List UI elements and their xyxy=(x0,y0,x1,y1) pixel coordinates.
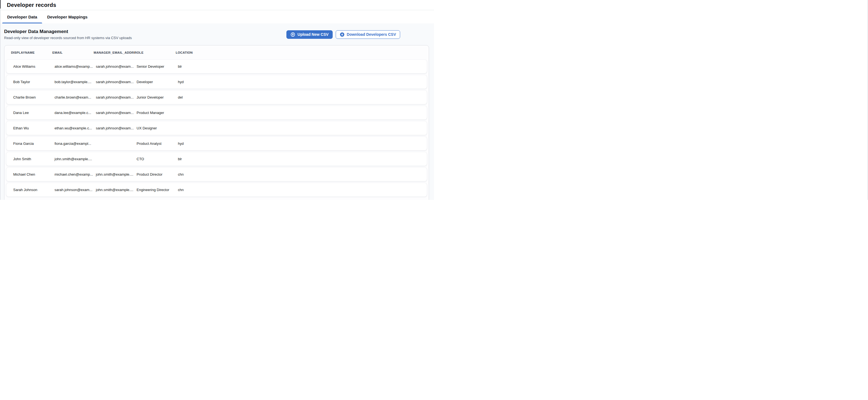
table-row: Michael Chen michael.chen@examp... john.… xyxy=(6,168,427,181)
cell-location: hyd xyxy=(178,142,427,146)
section-header: Developer Data Management Read-only view… xyxy=(4,23,429,40)
table-row: Fiona Garcia fiona.garcia@exampl... Prod… xyxy=(6,137,427,150)
cell-email: ethan.wu@example.c... xyxy=(55,126,96,130)
cell-location: chn xyxy=(178,172,427,177)
cell-role: Junior Developer xyxy=(136,95,178,99)
cell-location: blr xyxy=(178,157,427,161)
upload-new-csv-button[interactable]: Upload New CSV xyxy=(286,30,333,39)
column-header: LOCATION xyxy=(176,51,427,54)
cell-email: alice.williams@examp... xyxy=(55,64,96,68)
cell-displayname: John Smith xyxy=(13,157,55,161)
table-row: Ethan Wu ethan.wu@example.c... sarah.joh… xyxy=(6,121,427,135)
column-header: MANAGER_EMAIL_ADDRE... xyxy=(94,51,134,54)
cell-displayname: Sarah Johnson xyxy=(13,188,55,192)
cell-email: charlie.brown@exam... xyxy=(55,95,96,99)
window-edge-dark xyxy=(0,0,1,8)
cell-manager-email: john.smith@example.... xyxy=(96,172,136,177)
content-area: Developer Data Management Read-only view… xyxy=(0,23,434,200)
cell-role: Senior Developer xyxy=(136,64,178,68)
cell-location: del xyxy=(178,95,427,99)
table-header-row: DISPLAYNAME EMAIL MANAGER_EMAIL_ADDRE...… xyxy=(6,45,427,60)
cell-role: Engineering Director xyxy=(136,188,178,192)
circle-arrow-up-icon xyxy=(290,32,295,37)
page-title: Developer records xyxy=(7,2,56,8)
cell-manager-email: sarah.johnson@exam... xyxy=(96,126,136,130)
cell-manager-email: sarah.johnson@exam... xyxy=(96,64,136,68)
cell-email: fiona.garcia@exampl... xyxy=(55,142,96,146)
developer-table-card: DISPLAYNAME EMAIL MANAGER_EMAIL_ADDRE...… xyxy=(4,45,429,200)
upload-new-csv-label: Upload New CSV xyxy=(298,32,329,37)
column-header: ROLE xyxy=(134,51,176,54)
header-bar: Developer records xyxy=(0,0,434,10)
section-title: Developer Data Management xyxy=(4,29,132,34)
active-tab-underline xyxy=(2,23,42,23)
cell-manager-email: sarah.johnson@exam... xyxy=(96,80,136,84)
tab-developer-mappings[interactable]: Developer Mappings xyxy=(42,10,93,23)
section-header-text: Developer Data Management Read-only view… xyxy=(4,29,132,40)
tab-developer-data-label: Developer Data xyxy=(7,14,37,19)
cell-displayname: Dana Lee xyxy=(13,111,55,115)
table-row: Sarah Johnson sarah.johnson@exam... john… xyxy=(6,183,427,196)
column-header: DISPLAYNAME xyxy=(11,51,52,54)
cell-location: chn xyxy=(178,188,427,192)
cell-email: dana.lee@example.c... xyxy=(55,111,96,115)
tab-bar: Developer Data Developer Mappings xyxy=(0,10,434,23)
column-header: EMAIL xyxy=(52,51,94,54)
download-developers-csv-label: Download Developers CSV xyxy=(347,32,396,37)
cell-displayname: Charlie Brown xyxy=(13,95,55,99)
cell-role: CTO xyxy=(136,157,178,161)
cell-role: Product Manager xyxy=(136,111,178,115)
action-buttons: Upload New CSV Download Developers CSV xyxy=(286,30,400,39)
cell-displayname: Bob Taylor xyxy=(13,80,55,84)
cell-location: blr xyxy=(178,64,427,68)
tab-developer-data[interactable]: Developer Data xyxy=(2,10,42,23)
cell-location: hyd xyxy=(178,80,427,84)
cell-role: Product Director xyxy=(136,172,178,177)
section-subtitle: Read-only view of developer records sour… xyxy=(4,36,132,40)
download-developers-csv-button[interactable]: Download Developers CSV xyxy=(336,30,400,39)
table-row: John Smith john.smith@example.... CTO bl… xyxy=(6,152,427,166)
window-edge-left xyxy=(0,8,1,200)
cell-email: michael.chen@examp... xyxy=(55,172,96,177)
cell-displayname: Ethan Wu xyxy=(13,126,55,130)
cell-email: sarah.johnson@exam... xyxy=(55,188,96,192)
tab-developer-mappings-label: Developer Mappings xyxy=(47,14,88,19)
table-row: Alice Williams alice.williams@examp... s… xyxy=(6,60,427,73)
circle-arrow-down-icon xyxy=(340,32,344,37)
cell-email: bob.taylor@example.... xyxy=(55,80,96,84)
cell-role: Product Analyst xyxy=(136,142,178,146)
table-row: Charlie Brown charlie.brown@exam... sara… xyxy=(6,91,427,104)
table-row: Dana Lee dana.lee@example.c... sarah.joh… xyxy=(6,106,427,120)
table-body: Alice Williams alice.williams@examp... s… xyxy=(6,60,427,196)
cell-manager-email: john.smith@example.... xyxy=(96,188,136,192)
cell-role: Developer xyxy=(136,80,178,84)
cell-displayname: Fiona Garcia xyxy=(13,142,55,146)
cell-role: UX Designer xyxy=(136,126,178,130)
cell-displayname: Michael Chen xyxy=(13,172,55,177)
cell-email: john.smith@example.... xyxy=(55,157,96,161)
cell-displayname: Alice Williams xyxy=(13,64,55,68)
table-row: Bob Taylor bob.taylor@example.... sarah.… xyxy=(6,75,427,89)
cell-manager-email: sarah.johnson@exam... xyxy=(96,95,136,99)
cell-manager-email: sarah.johnson@exam... xyxy=(96,111,136,115)
